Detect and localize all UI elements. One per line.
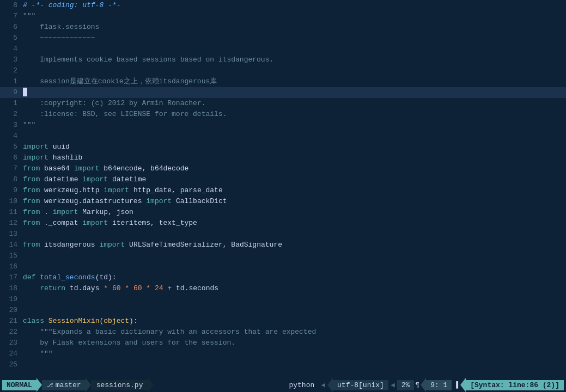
- mode-indicator: NORMAL: [2, 380, 36, 390]
- code-line: 2 :license: BSD, see LICENSE for more de…: [0, 109, 566, 120]
- code-line: 5 ~~~~~~~~~~~~~: [0, 33, 566, 44]
- code-line: 22 """Expands a basic dictionary with an…: [0, 327, 566, 338]
- code-area: 8 # -*- coding: utf-8 -*- 7 """ 6 flask.…: [0, 0, 566, 378]
- mode-arrow: [36, 378, 42, 392]
- code-line: 1 :copyright: (c) 2012 by Armin Ronacher…: [0, 98, 566, 109]
- code-line: 4: [0, 131, 566, 142]
- code-line: 9 from werkzeug.http import http_date, p…: [0, 185, 566, 196]
- code-line: 7 from base64 import b64encode, b64decod…: [0, 163, 566, 174]
- syn-arrow: [460, 378, 466, 392]
- code-line: 11 from . import Markup, json: [0, 207, 566, 218]
- code-line: 1 session是建立在cookie之上，依赖itsdangerous库: [0, 76, 566, 87]
- code-line: 21 class SessionMixin(object):: [0, 316, 566, 327]
- syntax-label: [Syntax: line:86 (2)]: [466, 380, 564, 390]
- filename-label: sessions.py: [91, 380, 149, 390]
- code-line: 17 def total_seconds(td):: [0, 272, 566, 283]
- code-line: 6 flask.sessions: [0, 22, 566, 33]
- code-line: 18 return td.days * 60 * 60 * 24 + td.se…: [0, 283, 566, 294]
- code-line: 10 from werkzeug.datastructures import C…: [0, 196, 566, 207]
- pos-indicator: ▐: [452, 380, 460, 390]
- status-right: python ◀ utf-8[unix] ◀ 2% ¶ 9: 1 ▐ [Synt…: [284, 378, 564, 392]
- code-line: 13: [0, 229, 566, 240]
- position-label: 9: 1: [426, 380, 452, 390]
- code-line: 8 from datetime import datetime: [0, 174, 566, 185]
- code-line: 19: [0, 294, 566, 305]
- code-line: 23 by Flask extensions and users for the…: [0, 338, 566, 348]
- code-line-cursor: 9: [0, 87, 566, 98]
- percent-label: 2%: [397, 380, 415, 390]
- filetype-arrow: ◀: [319, 379, 327, 390]
- branch-icon: ⎇: [46, 382, 53, 389]
- code-line: 4: [0, 44, 566, 54]
- encoding-arrow: ◀: [388, 379, 397, 390]
- pos-arrow: [421, 378, 426, 392]
- code-line: 14 from itsdangerous import URLSafeTimed…: [0, 240, 566, 250]
- code-line: 3 Implements cookie based sessions based…: [0, 54, 566, 65]
- statusbar: NORMAL ⎇ master sessions.py python ◀ utf…: [0, 378, 566, 392]
- code-line: 6 import hashlib: [0, 152, 566, 163]
- code-line: 16: [0, 261, 566, 272]
- code-line: 12 from ._compat import iteritems, text_…: [0, 218, 566, 229]
- code-line: 24 """: [0, 348, 566, 359]
- encoding-label: utf-8[unix]: [333, 380, 388, 390]
- enc-arrow: [327, 378, 333, 392]
- code-line: 2: [0, 65, 566, 76]
- filetype-label: python: [284, 380, 319, 390]
- code-line: 25: [0, 359, 566, 370]
- file-arrow: [148, 378, 154, 392]
- pilcrow: ¶: [414, 380, 421, 390]
- branch-label: master: [56, 381, 81, 389]
- code-line: 7 """: [0, 11, 566, 22]
- code-line: 3 """: [0, 120, 566, 131]
- code-line: 5 import uuid: [0, 142, 566, 152]
- code-line: 8 # -*- coding: utf-8 -*-: [0, 0, 566, 11]
- branch-indicator: ⎇ master: [42, 380, 86, 390]
- branch-arrow: [86, 378, 91, 392]
- code-line: 20: [0, 305, 566, 316]
- editor: 8 # -*- coding: utf-8 -*- 7 """ 6 flask.…: [0, 0, 566, 392]
- code-line: 15: [0, 250, 566, 261]
